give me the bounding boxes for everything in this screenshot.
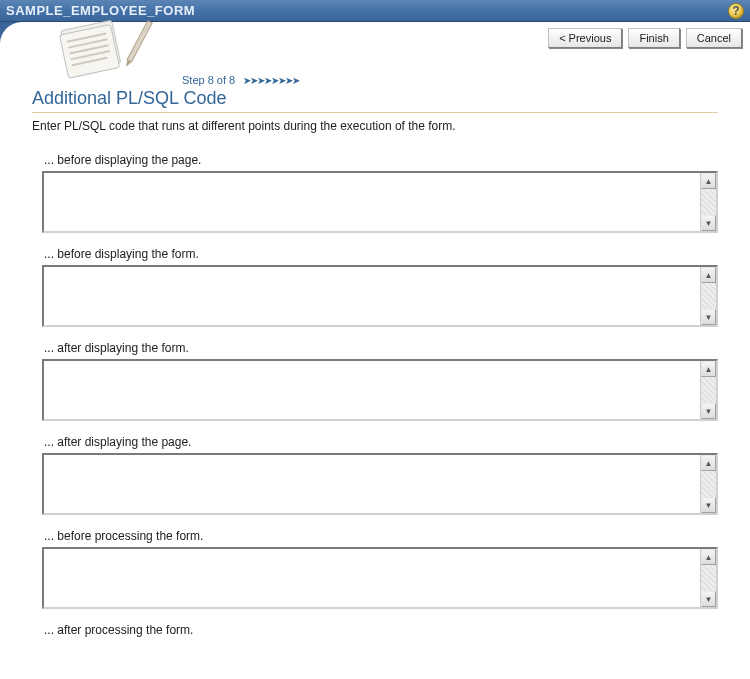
- content-area: Step 8 of 8 ➤➤➤➤➤➤➤➤ Additional PL/SQL C…: [0, 74, 750, 661]
- field-label: ... before displaying the page.: [44, 153, 718, 167]
- scrollbar: ▲ ▼: [700, 267, 716, 325]
- scroll-track[interactable]: [701, 189, 716, 215]
- scroll-down-icon[interactable]: ▼: [701, 403, 716, 419]
- field-label: ... before displaying the form.: [44, 247, 718, 261]
- field-before-form: ... before displaying the form. ▲ ▼: [42, 247, 718, 327]
- code-before-processing-input[interactable]: [44, 549, 700, 607]
- document-pencil-icon: [45, 16, 165, 78]
- scroll-up-icon[interactable]: ▲: [701, 267, 716, 283]
- field-label: ... before processing the form.: [44, 529, 718, 543]
- code-before-form-input[interactable]: [44, 267, 700, 325]
- previous-button[interactable]: < Previous: [548, 28, 622, 48]
- field-label: ... after processing the form.: [44, 623, 718, 637]
- scroll-down-icon[interactable]: ▼: [701, 309, 716, 325]
- scroll-track[interactable]: [701, 377, 716, 403]
- scroll-down-icon[interactable]: ▼: [701, 215, 716, 231]
- textarea-wrap: ▲ ▼: [42, 359, 718, 421]
- textarea-wrap: ▲ ▼: [42, 265, 718, 327]
- scrollbar: ▲ ▼: [700, 549, 716, 607]
- scroll-up-icon[interactable]: ▲: [701, 173, 716, 189]
- field-after-processing: ... after processing the form.: [42, 623, 718, 637]
- field-after-form: ... after displaying the form. ▲ ▼: [42, 341, 718, 421]
- page-title: Additional PL/SQL Code: [32, 88, 718, 109]
- wizard-buttons: < Previous Finish Cancel: [548, 22, 750, 48]
- scroll-up-icon[interactable]: ▲: [701, 361, 716, 377]
- scrollbar: ▲ ▼: [700, 455, 716, 513]
- title-underline: [32, 112, 718, 113]
- code-before-page-input[interactable]: [44, 173, 700, 231]
- code-after-page-input[interactable]: [44, 455, 700, 513]
- scrollbar: ▲ ▼: [700, 361, 716, 419]
- finish-button[interactable]: Finish: [628, 28, 679, 48]
- scroll-track[interactable]: [701, 471, 716, 497]
- scroll-track[interactable]: [701, 565, 716, 591]
- cancel-button[interactable]: Cancel: [686, 28, 742, 48]
- field-before-processing: ... before processing the form. ▲ ▼: [42, 529, 718, 609]
- scroll-up-icon[interactable]: ▲: [701, 455, 716, 471]
- textarea-wrap: ▲ ▼: [42, 453, 718, 515]
- textarea-wrap: ▲ ▼: [42, 547, 718, 609]
- field-label: ... after displaying the form.: [44, 341, 718, 355]
- toolbar-row: < Previous Finish Cancel: [0, 22, 750, 78]
- field-after-page: ... after displaying the page. ▲ ▼: [42, 435, 718, 515]
- scroll-track[interactable]: [701, 283, 716, 309]
- scroll-down-icon[interactable]: ▼: [701, 497, 716, 513]
- scroll-down-icon[interactable]: ▼: [701, 591, 716, 607]
- header-curve: [0, 22, 24, 46]
- textarea-wrap: ▲ ▼: [42, 171, 718, 233]
- field-before-page: ... before displaying the page. ▲ ▼: [42, 153, 718, 233]
- field-label: ... after displaying the page.: [44, 435, 718, 449]
- scrollbar: ▲ ▼: [700, 173, 716, 231]
- instruction-text: Enter PL/SQL code that runs at different…: [32, 119, 718, 133]
- svg-rect-7: [127, 21, 152, 62]
- help-icon[interactable]: ?: [728, 3, 744, 19]
- scroll-up-icon[interactable]: ▲: [701, 549, 716, 565]
- code-after-form-input[interactable]: [44, 361, 700, 419]
